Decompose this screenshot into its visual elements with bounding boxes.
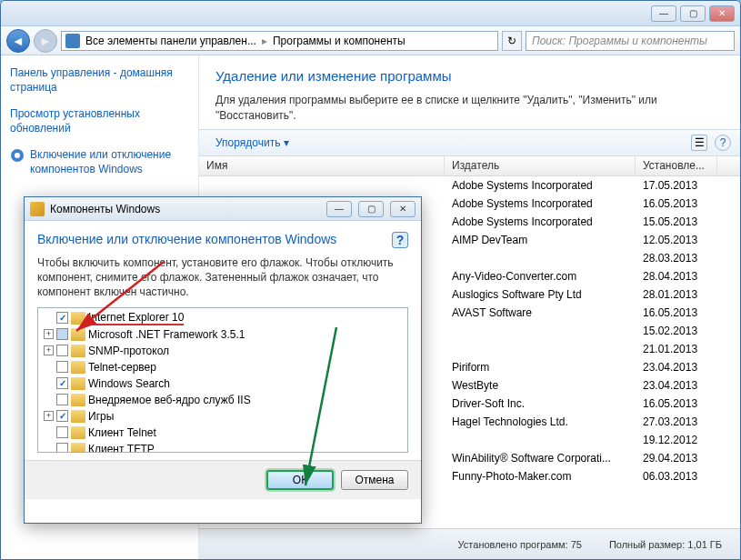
date-cell: 23.04.2013 [636, 361, 717, 374]
dialog-titlebar: Компоненты Windows — ▢ ✕ [25, 197, 421, 221]
checkbox[interactable] [56, 410, 68, 422]
tree-item[interactable]: +Microsoft .NET Framework 3.5.1 [40, 326, 406, 343]
publisher-cell: Adobe Systems Incorporated [445, 179, 636, 192]
tree-item-label: Клиент Telnet [88, 426, 156, 439]
tree-item[interactable]: Клиент Telnet [40, 425, 406, 441]
col-publisher[interactable]: Издатель [445, 156, 636, 175]
date-cell: 23.04.2013 [636, 379, 717, 392]
sidebar-updates-link[interactable]: Просмотр установленных обновлений [10, 107, 189, 135]
control-panel-icon [65, 34, 80, 48]
expander-icon [44, 444, 54, 453]
organize-button[interactable]: Упорядочить ▾ [208, 134, 296, 152]
sidebar-features-link[interactable]: Включение или отключение компонентов Win… [10, 148, 189, 176]
features-tree[interactable]: Internet Explorer 10+Microsoft .NET Fram… [37, 307, 408, 453]
navbar: ◄ ► Все элементы панели управлен... ▸ Пр… [1, 26, 740, 55]
checkbox[interactable] [56, 328, 68, 340]
date-cell: 06.03.2013 [636, 470, 717, 483]
checkbox[interactable] [56, 394, 68, 405]
publisher-cell: Hagel Technologies Ltd. [445, 415, 636, 428]
folder-icon [71, 377, 85, 390]
expander-icon [44, 395, 54, 405]
tree-item[interactable]: Внедряемое веб-ядро служб IIS [40, 392, 406, 408]
date-cell: 15.05.2013 [636, 215, 717, 228]
publisher-cell: WestByte [445, 379, 636, 392]
dialog-footer: ОК Отмена [25, 460, 421, 499]
date-cell: 29.04.2013 [636, 452, 717, 465]
tree-item-label: Клиент TFTP [88, 443, 155, 453]
minimize-button[interactable]: — [651, 5, 676, 22]
tree-item-label: Internet Explorer 10 [88, 311, 184, 325]
page-title: Удаление или изменение программы [215, 68, 724, 84]
search-input[interactable]: Поиск: Программы и компоненты [526, 31, 735, 51]
checkbox[interactable] [56, 377, 68, 389]
tree-item[interactable]: Windows Search [40, 375, 406, 392]
folder-icon [71, 345, 85, 357]
address-bar[interactable]: Все элементы панели управлен... ▸ Програ… [61, 31, 498, 51]
tree-item[interactable]: Telnet-сервер [40, 359, 406, 375]
date-cell: 16.05.2013 [636, 397, 717, 410]
table-row[interactable]: Adobe Systems Incorporated17.05.2013 [199, 176, 740, 195]
back-button[interactable]: ◄ [6, 29, 30, 53]
dialog-heading: Включение или отключение компонентов Win… [37, 232, 336, 246]
main-header: Удаление или изменение программы Для уда… [199, 55, 740, 129]
col-name[interactable]: Имя [199, 156, 445, 175]
publisher-cell: Any-Video-Converter.com [445, 270, 636, 283]
folder-icon [71, 394, 85, 406]
expander-icon[interactable]: + [44, 411, 54, 421]
svg-point-1 [15, 153, 20, 158]
date-cell: 28.01.2013 [636, 288, 717, 301]
dialog-title: Компоненты Windows [50, 203, 160, 215]
cancel-button[interactable]: Отмена [341, 470, 408, 490]
expander-icon [44, 313, 54, 323]
checkbox[interactable] [56, 312, 68, 324]
expander-icon [44, 378, 54, 388]
refresh-button[interactable]: ↻ [502, 31, 522, 51]
date-cell: 21.01.2013 [636, 343, 717, 355]
folder-icon [71, 312, 85, 325]
status-count: Установлено программ: 75 [458, 539, 582, 550]
dialog-maximize-button[interactable]: ▢ [358, 201, 384, 217]
col-installed[interactable]: Установле... [636, 156, 717, 175]
chevron-right-icon: ▸ [262, 35, 267, 47]
view-button[interactable]: ☰ [691, 135, 707, 151]
checkbox[interactable] [56, 426, 68, 438]
dialog-close-button[interactable]: ✕ [390, 201, 416, 217]
folder-icon [71, 410, 85, 423]
breadcrumb-seg-2[interactable]: Программы и компоненты [273, 35, 406, 47]
tree-item[interactable]: Internet Explorer 10 [40, 310, 406, 326]
checkbox[interactable] [56, 345, 68, 356]
folder-icon [71, 328, 85, 341]
breadcrumb-seg-1[interactable]: Все элементы панели управлен... [85, 35, 256, 47]
tree-item[interactable]: +SNMP-протокол [40, 343, 406, 359]
publisher-cell: Piriform [445, 361, 636, 374]
page-description: Для удаления программы выберите ее в спи… [215, 93, 724, 124]
dialog-heading-row: Включение или отключение компонентов Win… [37, 232, 408, 248]
folder-icon [71, 443, 85, 453]
expander-icon[interactable]: + [44, 329, 54, 339]
forward-button[interactable]: ► [34, 29, 57, 53]
dialog-help-button[interactable]: ? [392, 232, 408, 248]
toolbar: Упорядочить ▾ ☰ ? [199, 129, 740, 156]
date-cell: 12.05.2013 [636, 234, 717, 246]
checkbox[interactable] [56, 443, 68, 453]
tree-item[interactable]: +Игры [40, 408, 406, 425]
publisher-cell: Auslogics Software Pty Ltd [445, 288, 636, 301]
tree-item-label: Telnet-сервер [88, 361, 156, 374]
date-cell: 28.03.2013 [636, 252, 717, 265]
titlebar: — ▢ ✕ [1, 1, 740, 26]
publisher-cell: Adobe Systems Incorporated [445, 215, 636, 228]
tree-item[interactable]: Клиент TFTP [40, 441, 406, 453]
checkbox[interactable] [56, 361, 68, 373]
date-cell: 16.05.2013 [636, 197, 717, 210]
expander-icon[interactable]: + [44, 345, 54, 355]
maximize-button[interactable]: ▢ [680, 5, 706, 22]
close-button[interactable]: ✕ [709, 5, 735, 22]
dialog-minimize-button[interactable]: — [326, 201, 352, 217]
publisher-cell: AIMP DevTeam [445, 234, 636, 246]
sidebar-features-label: Включение или отключение компонентов Win… [30, 148, 189, 176]
sidebar-home-link[interactable]: Панель управления - домашняя страница [10, 66, 189, 95]
help-button[interactable]: ? [715, 135, 731, 151]
ok-button[interactable]: ОК [266, 470, 334, 490]
date-cell: 27.03.2013 [636, 415, 717, 428]
column-headers: Имя Издатель Установле... [199, 156, 740, 176]
